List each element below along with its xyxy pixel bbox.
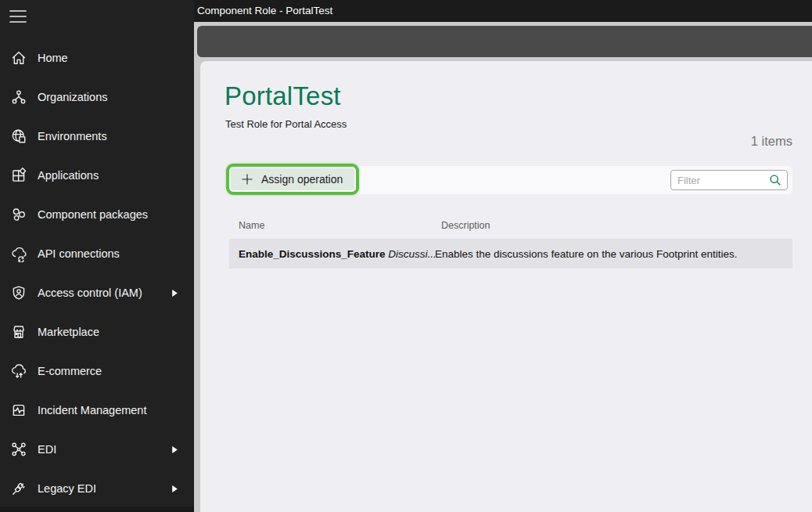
organizations-icon <box>10 88 27 106</box>
row-name-cell: Enable_Discussions_Feature Discussi... <box>229 248 435 260</box>
sidebar-item-marketplace[interactable]: Marketplace <box>0 312 194 352</box>
sidebar-item-home[interactable]: Home <box>0 38 194 78</box>
home-icon <box>10 49 27 67</box>
items-count: 1 items <box>751 134 792 149</box>
applications-icon <box>10 167 27 184</box>
chevron-right-icon <box>171 485 178 493</box>
toolbar: Assign operation <box>225 166 792 194</box>
access-control-icon <box>10 284 27 301</box>
content-region: PortalTest Test Role for Portal Access 1… <box>194 22 812 512</box>
sidebar: Home Organizations Environments Applicat… <box>0 0 194 512</box>
sidebar-item-environments[interactable]: Environments <box>0 117 194 156</box>
sidebar-nav: Home Organizations Environments Applicat… <box>0 38 194 508</box>
chevron-right-icon <box>171 289 178 297</box>
window-title: Component Role - PortalTest <box>197 0 332 22</box>
table-row-enable-discussions-feature[interactable]: Enable_Discussions_Feature Discussi... E… <box>229 239 792 269</box>
column-header-description: Description <box>441 220 792 231</box>
sidebar-item-edi[interactable]: EDI <box>0 430 194 469</box>
environments-icon <box>10 128 27 145</box>
sidebar-item-organizations[interactable]: Organizations <box>0 78 194 117</box>
command-bar <box>197 26 812 57</box>
sidebar-item-access-control-iam[interactable]: Access control (IAM) <box>0 273 194 312</box>
sidebar-item-e-commerce[interactable]: E-commerce <box>0 352 194 391</box>
plus-icon <box>241 173 253 186</box>
assign-operation-highlight: Assign operation <box>226 164 359 195</box>
page-subtitle: Test Role for Portal Access <box>225 118 347 130</box>
search-icon <box>769 174 781 186</box>
edi-icon <box>10 441 27 458</box>
column-header-name: Name <box>225 220 441 231</box>
sidebar-item-applications[interactable]: Applications <box>0 156 194 195</box>
sidebar-item-component-packages[interactable]: Component packages <box>0 195 194 234</box>
sidebar-item-api-connections[interactable]: API connections <box>0 234 194 273</box>
table-body: Enable_Discussions_Feature Discussi... E… <box>229 239 792 269</box>
chevron-right-icon <box>171 445 178 454</box>
ecommerce-icon <box>10 362 27 380</box>
component-packages-icon <box>10 206 27 223</box>
api-connections-icon <box>10 245 27 262</box>
sidebar-item-incident-management[interactable]: Incident Management <box>0 391 194 430</box>
incident-management-icon <box>10 402 27 419</box>
filter-input[interactable] <box>671 175 769 186</box>
table-header: Name Description <box>225 214 792 237</box>
sidebar-item-legacy-edi[interactable]: Legacy EDI <box>0 469 194 508</box>
sidebar-bottom-strip <box>0 507 194 512</box>
legacy-edi-icon <box>10 480 27 497</box>
filter-box <box>670 170 788 190</box>
row-description-cell: Enables the discussions feature on the v… <box>435 248 792 260</box>
main-panel: PortalTest Test Role for Portal Access 1… <box>200 61 812 512</box>
assign-operation-button[interactable]: Assign operation <box>231 168 354 190</box>
marketplace-icon <box>10 323 27 341</box>
assign-operation-label: Assign operation <box>261 173 343 186</box>
page-title: PortalTest <box>225 80 341 113</box>
hamburger-icon[interactable] <box>9 9 27 23</box>
